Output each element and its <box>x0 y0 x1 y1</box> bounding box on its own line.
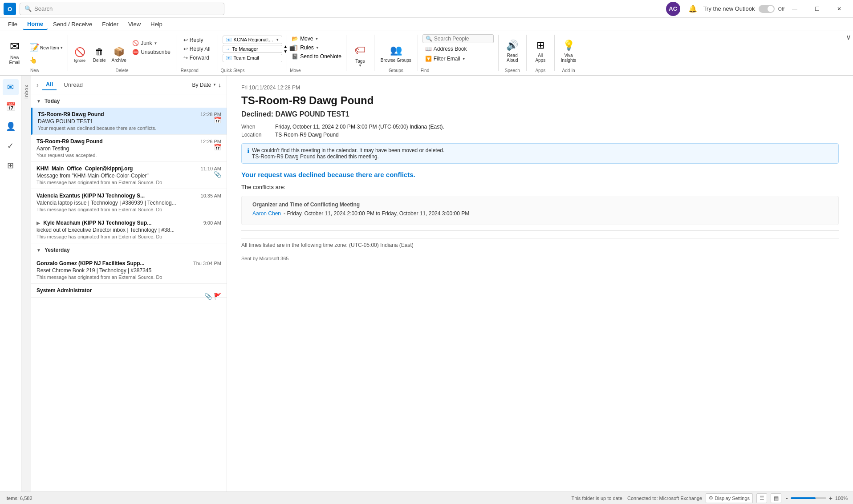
reply-button[interactable]: ↩ Reply <box>181 36 213 44</box>
email-subject: Reset Chrome Book 219 | Technology | #38… <box>37 267 221 274</box>
move-button[interactable]: 📂 Move ▼ <box>290 35 343 43</box>
email-item[interactable]: KHM_Main_Office_Copier@kippnj.org 11:10 … <box>31 162 227 189</box>
display-settings-button[interactable]: ⚙ Display Settings <box>706 493 753 503</box>
email-item[interactable]: Gonzalo Gomez (KIPP NJ Facilities Supp..… <box>31 257 227 284</box>
ribbon-quicksteps-group: 📧 KCNA Regional:... ▼ → To Manager 📧 Tea… <box>221 33 284 73</box>
collapse-list-icon[interactable]: › <box>37 81 39 89</box>
zoom-plus[interactable]: + <box>828 495 833 502</box>
new-group-label: New <box>30 68 39 73</box>
ribbon-more-button[interactable]: ∨ <box>846 33 851 41</box>
new-outlook-toggle[interactable] <box>759 5 775 13</box>
view-list-button[interactable]: ▤ <box>771 493 781 503</box>
viva-insights-button[interactable]: 💡 Viva Insights <box>557 33 580 65</box>
read-aloud-button[interactable]: 🔊 Read Aloud <box>501 33 524 65</box>
tags-button[interactable]: 🏷 Tags ▼ <box>349 36 371 69</box>
nav-calendar[interactable]: 📅 <box>3 99 19 115</box>
search-people-input[interactable] <box>434 36 483 42</box>
email-subject: Valencia laptop issue | Technology | #38… <box>37 200 221 206</box>
email-from-title: TS-Room-R9 Dawg Pound <box>241 94 839 107</box>
email-subject: Message from "KHM-Main-Office-Color-Copi… <box>37 173 221 179</box>
forward-button[interactable]: ↪ Forward <box>181 54 213 62</box>
zoom-minus[interactable]: - <box>785 495 789 502</box>
menu-folder[interactable]: Folder <box>97 19 123 29</box>
yesterday-label: Yesterday <box>45 247 70 253</box>
email-item[interactable]: TS-Room-R9 Dawg Pound 12:28 PM DAWG POUN… <box>31 108 227 135</box>
new-item-icon: 📝 <box>29 43 39 52</box>
attachment-flag-icon: 📎 🚩 <box>204 293 221 300</box>
when-value: Friday, October 11, 2024 2:00 PM-3:00 PM… <box>275 124 444 130</box>
filter-email-button[interactable]: 🔽 Filter Email ▼ <box>422 55 494 63</box>
address-book-button[interactable]: 📖 Address Book <box>422 45 494 53</box>
email-item[interactable]: System Administrator 📎 🚩 <box>31 284 227 298</box>
junk-button[interactable]: 🚫 Junk ▼ <box>130 39 173 47</box>
reply-all-button[interactable]: ↩ Reply All <box>181 45 213 53</box>
email-subject: kicked out of Executive Director inbox |… <box>37 227 221 233</box>
sort-button[interactable]: By Date ▼ ↓ <box>192 81 221 89</box>
tab-unread[interactable]: Unread <box>60 80 86 90</box>
when-row: When Friday, October 11, 2024 2:00 PM-3:… <box>241 124 839 130</box>
archive-button[interactable]: 📦 Archive <box>110 44 128 65</box>
info-line1: We couldn't find this meeting in the cal… <box>252 147 444 153</box>
junk-icon: 🚫 <box>132 40 139 46</box>
zoom-control: - + 100% <box>785 495 848 502</box>
new-item-button[interactable]: 📝 New Item ▼ <box>28 42 65 53</box>
quickstep-expand[interactable]: ⬛ <box>289 33 295 65</box>
search-input[interactable] <box>34 5 219 12</box>
conflict-organizer-link[interactable]: Aaron Chen <box>252 210 281 217</box>
rules-button[interactable]: 📋 Rules ▼ <box>290 44 343 52</box>
maximize-button[interactable]: ☐ <box>807 2 827 16</box>
email-item[interactable]: Valencia Exantus (KIPP NJ Technology S..… <box>31 189 227 216</box>
nav-contacts[interactable]: 👤 <box>3 118 19 134</box>
all-apps-button[interactable]: ⊞ All Apps <box>529 33 552 65</box>
email-sender: KHM_Main_Office_Copier@kippnj.org <box>37 165 133 172</box>
ribbon-apps-group: ⊞ All Apps Apps <box>529 33 552 73</box>
conflicts-intro: The conflicts are: <box>241 184 839 190</box>
quickstep-kcna[interactable]: 📧 KCNA Regional:... ▼ <box>223 36 283 44</box>
today-collapse-icon[interactable]: ▼ <box>37 99 41 104</box>
email-time: 9:00 AM <box>203 220 221 226</box>
address-book-icon: 📖 <box>425 46 432 52</box>
search-people-container[interactable]: 🔍 <box>422 34 494 43</box>
browse-groups-icon: 👥 <box>390 44 402 56</box>
ignore-button[interactable]: 🚫 Ignore <box>71 45 89 65</box>
zoom-slider[interactable] <box>791 497 826 499</box>
forward-icon: ↪ <box>183 55 188 61</box>
menu-home[interactable]: Home <box>23 19 48 30</box>
minimize-button[interactable]: — <box>784 2 805 16</box>
delete-button[interactable]: 🗑 Delete <box>90 45 108 65</box>
new-email-button[interactable]: ✉ New Email <box>4 33 26 67</box>
try-new-outlook: Try the new Outlook Off <box>703 5 784 13</box>
connected-to: Connected to: Microsoft Exchange <box>627 496 702 501</box>
menu-send-receive[interactable]: Send / Receive <box>49 19 97 29</box>
tab-all[interactable]: All <box>42 79 57 90</box>
separator <box>241 230 839 231</box>
browse-groups-button[interactable]: 👥 Browse Groups <box>377 33 415 65</box>
menu-view[interactable]: View <box>124 19 145 29</box>
notifications-bell[interactable]: 🔔 <box>686 2 700 16</box>
menu-file[interactable]: File <box>4 19 22 29</box>
yesterday-collapse-icon[interactable]: ▼ <box>37 248 41 253</box>
email-item[interactable]: TS-Room-R9 Dawg Pound 12:26 PM Aaron Tes… <box>31 135 227 162</box>
quickstep-scroll-buttons[interactable]: ▲ ▼ <box>283 44 288 54</box>
email-sender: Valencia Exantus (KIPP NJ Technology S..… <box>37 193 145 199</box>
move-dropdown-arrow: ▼ <box>315 37 318 41</box>
folder-status: This folder is up to date. <box>572 496 624 501</box>
block-sender-button[interactable]: ⛔ Unsubscribe <box>130 48 173 56</box>
email-item[interactable]: ▶ Kyle Meacham (KIPP NJ Technology Sup..… <box>31 216 227 243</box>
quickstep-manager[interactable]: → To Manager <box>223 45 283 53</box>
quickstep-team[interactable]: 📧 Team Email <box>223 54 283 62</box>
close-button[interactable]: ✕ <box>829 2 849 16</box>
menu-help[interactable]: Help <box>146 19 167 29</box>
nav-groups[interactable]: ⊞ <box>3 157 19 173</box>
svg-text:O: O <box>8 6 12 12</box>
rules-dropdown-arrow: ▼ <box>316 46 319 50</box>
search-container[interactable]: 🔍 <box>20 3 224 15</box>
quickstep-manager-icon: → <box>226 46 231 52</box>
nav-mail[interactable]: ✉ <box>3 79 19 95</box>
ribbon-tags-group: 🏷 Tags ▼ <box>349 33 371 73</box>
expand-thread-icon[interactable]: ▶ <box>37 221 40 226</box>
nav-tasks[interactable]: ✓ <box>3 138 19 154</box>
junk-dropdown-arrow: ▼ <box>154 41 158 45</box>
send-onenote-button[interactable]: 📓 Send to OneNote <box>290 52 343 60</box>
view-compact-button[interactable]: ☰ <box>756 493 767 503</box>
